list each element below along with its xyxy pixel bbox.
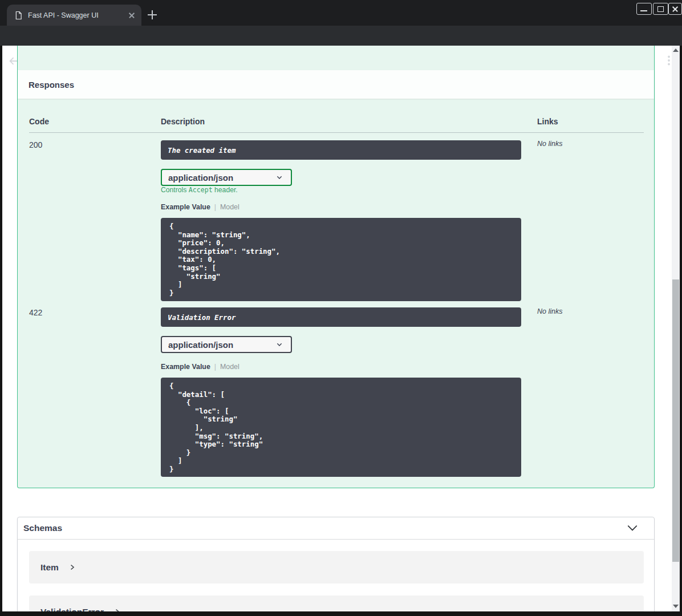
media-type-select-422[interactable]: application/json [161, 336, 292, 353]
window-minimize-button[interactable] [636, 3, 652, 15]
response-code-200: 200 [29, 140, 42, 149]
tab-model[interactable]: Model [220, 203, 239, 211]
window-border-left [0, 46, 2, 616]
browser-toolbar: 127.0.0.1:8000/docs [0, 26, 682, 46]
new-tab-button[interactable] [147, 10, 157, 20]
controls-accept-header-note: Controls Accept header. [161, 186, 238, 194]
model-item[interactable]: Item [29, 551, 644, 583]
response-links-200: No links [537, 140, 562, 148]
chevron-down-icon [275, 340, 284, 349]
page-scrollbar[interactable] [672, 46, 680, 611]
response-links-422: No links [537, 307, 562, 315]
schemas-header[interactable]: Schemas [18, 517, 654, 540]
media-type-select-200[interactable]: application/json [161, 169, 292, 186]
operation-block: Responses Code Description Links 200 No … [17, 46, 655, 488]
window-maximize-button[interactable] [653, 3, 668, 15]
page-favicon-icon [15, 11, 22, 20]
column-header-description: Description [161, 117, 205, 126]
schemas-title: Schemas [23, 523, 626, 533]
browser-titlebar: Fast API - Swagger UI [0, 0, 682, 26]
chevron-down-icon [275, 173, 284, 182]
window-close-button[interactable] [668, 3, 682, 15]
tab-model[interactable]: Model [220, 363, 239, 371]
chevron-right-icon [68, 564, 76, 571]
example-json-422: { "detail": [ { "loc": [ "string" ], "ms… [161, 378, 521, 477]
example-model-tabs-422: Example Value|Model [161, 363, 239, 371]
response-description-200: The created item [161, 140, 521, 160]
scrollbar-thumb[interactable] [672, 279, 679, 562]
scrollbar-down-arrow-icon[interactable] [673, 605, 679, 608]
schemas-section: Schemas Item ValidationError [17, 517, 655, 615]
table-header-divider [29, 132, 644, 133]
example-model-tabs-200: Example Value|Model [161, 203, 239, 211]
response-code-422: 422 [29, 308, 42, 317]
column-header-code: Code [29, 117, 49, 126]
tab-close-icon[interactable] [127, 10, 137, 21]
example-json-200: { "name": "string", "price": 0, "descrip… [161, 218, 521, 301]
responses-section-header: Responses [18, 70, 654, 99]
chevron-down-icon[interactable] [626, 523, 639, 533]
browser-tab[interactable]: Fast API - Swagger UI [7, 5, 141, 26]
responses-title: Responses [29, 80, 74, 90]
tab-example-value[interactable]: Example Value [161, 203, 210, 211]
response-description-422: Validation Error [161, 307, 521, 327]
scrollbar-up-arrow-icon[interactable] [673, 48, 679, 52]
tab-example-value[interactable]: Example Value [161, 363, 210, 371]
window-border-right [680, 46, 682, 616]
tab-title: Fast API - Swagger UI [28, 11, 127, 19]
window-border-bottom [0, 611, 682, 616]
browser-window: Fast API - Swagger UI 127.0.0.1:8000/doc… [0, 0, 682, 616]
column-header-links: Links [537, 117, 558, 126]
